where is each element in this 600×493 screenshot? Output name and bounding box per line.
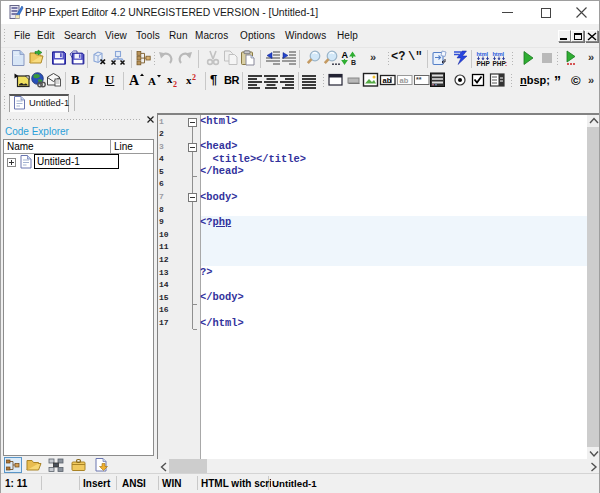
svg-text:**: ** [416,76,422,83]
svg-text:A: A [342,50,349,60]
svg-text:2: 2 [173,80,177,89]
svg-text:html: html [477,51,489,57]
svg-text:A: A [129,73,140,88]
svg-text:ab: ab [383,76,392,85]
svg-text:PHP: PHP [477,60,491,67]
svg-text::: : [505,60,507,67]
svg-text:B: B [351,59,356,66]
svg-text:html: html [493,51,505,57]
svg-text:A: A [148,75,156,87]
svg-text:ab: ab [400,76,409,85]
svg-text:2: 2 [192,73,196,82]
